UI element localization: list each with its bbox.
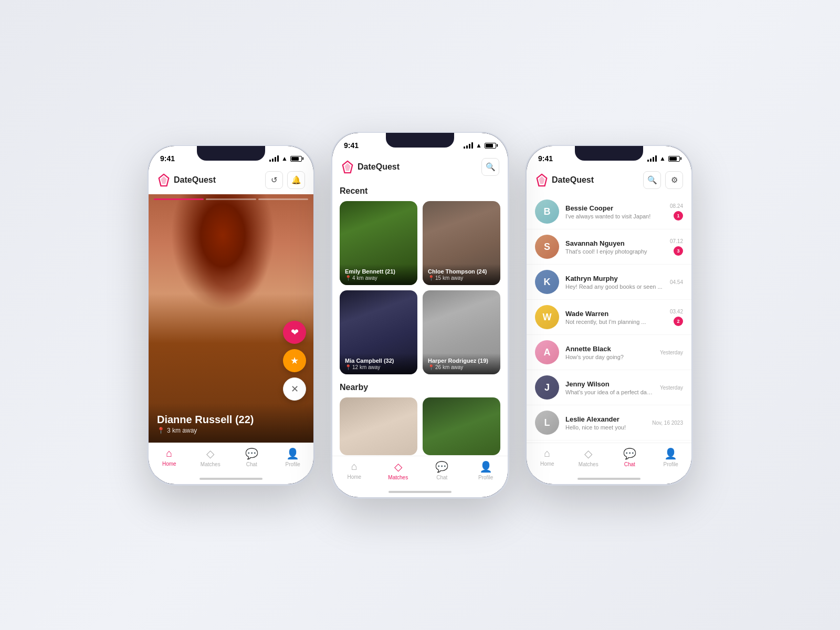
chat-name-jenny: Jenny Wilson: [565, 380, 654, 388]
search-button-3[interactable]: 🔍: [643, 171, 661, 189]
pin-icon-chloe: 📍: [428, 275, 434, 281]
notch-2: [386, 133, 454, 148]
nav-profile-1[interactable]: 👤 Profile: [280, 447, 306, 467]
signal-icon-3: [647, 155, 657, 162]
like-button[interactable]: ❤: [283, 321, 306, 344]
status-time-3: 9:41: [538, 154, 553, 163]
refresh-button[interactable]: ↺: [265, 171, 283, 189]
nearby-card-1[interactable]: [340, 397, 417, 455]
nav-chat-3[interactable]: 💬 Chat: [616, 447, 643, 467]
progress-bar-1: [154, 198, 204, 200]
nav-matches-1[interactable]: ◇ Matches: [197, 447, 224, 467]
home-indicator-3: [578, 478, 640, 480]
swipe-card[interactable]: Dianne Russell (22) 📍 3 km away ❤ ★ ✕: [149, 194, 313, 443]
app-header-2: DateQuest 🔍: [332, 154, 508, 181]
wifi-icon-1: ▲: [281, 155, 288, 162]
match-card-harper[interactable]: Harper Rodriguez (19) 📍26 km away: [423, 290, 500, 374]
chat-item-annette[interactable]: A Annette Black How's your day going? Ye…: [527, 335, 691, 370]
chat-item-jenny[interactable]: J Jenny Wilson What's your idea of a per…: [527, 370, 691, 405]
nav-matches-label-1: Matches: [201, 461, 220, 467]
chat-badge-bessie: 1: [674, 211, 683, 220]
match-info-mia: Mia Campbell (32) 📍12 km away: [340, 353, 417, 374]
header-actions-2: 🔍: [481, 158, 499, 176]
nav-chat-2[interactable]: 💬 Chat: [429, 460, 455, 480]
nav-profile-label-1: Profile: [286, 461, 300, 467]
location-text: 3 km away: [167, 427, 197, 434]
progress-bars: [154, 198, 308, 200]
chat-item-kathryn[interactable]: K Kathryn Murphy Hey! Read any good book…: [527, 265, 691, 300]
nav-home-2[interactable]: ⌂ Home: [341, 460, 368, 480]
app-header-3: DateQuest 🔍 ⚙: [527, 167, 691, 194]
logo-text-1: DateQuest: [174, 175, 216, 185]
nav-matches-label-2: Matches: [388, 475, 408, 480]
chat-name-annette: Annette Black: [565, 345, 654, 353]
match-dist-harper: 📍26 km away: [428, 364, 495, 370]
header-actions-1: ↺ 🔔: [265, 171, 305, 189]
pin-icon-emily: 📍: [345, 275, 351, 281]
match-info-harper: Harper Rodriguez (19) 📍26 km away: [423, 353, 500, 374]
nearby-card-2[interactable]: [423, 397, 500, 455]
status-time-2: 9:41: [344, 141, 359, 150]
avatar-annette: A: [535, 340, 559, 364]
chat-time-wade: 03.42: [670, 309, 683, 314]
nav-home-label-2: Home: [347, 474, 361, 480]
chat-preview-jenny: What's your idea of a perfect date?: [565, 389, 654, 395]
nav-matches-2[interactable]: ◇ Matches: [385, 460, 411, 480]
logo-1: DateQuest: [157, 173, 216, 187]
chat-content-wade: Wade Warren Not recently, but I'm planni…: [565, 310, 664, 325]
chat-item-wade[interactable]: W Wade Warren Not recently, but I'm plan…: [527, 300, 691, 335]
nearby-title: Nearby: [340, 383, 500, 392]
match-card-chloe[interactable]: Chloe Thompson (24) 📍15 km away: [423, 201, 500, 285]
phone-home: 9:41 ▲: [147, 144, 315, 486]
chat-item-leslie[interactable]: L Leslie Alexander Hello, nice to meet y…: [527, 405, 691, 440]
match-name-harper: Harper Rodriguez (19): [428, 358, 495, 364]
bottom-nav-2: ⌂ Home ◇ Matches 💬 Chat 👤 Profile: [332, 456, 508, 489]
chat-item-savannah[interactable]: S Savannah Nguyen That's cool! I enjoy p…: [527, 229, 691, 265]
superlike-button[interactable]: ★: [283, 349, 306, 372]
battery-icon-2: [485, 143, 496, 149]
bottom-nav-3: ⌂ Home ◇ Matches 💬 Chat 👤 Profile: [527, 443, 691, 476]
chat-icon-1: 💬: [245, 447, 258, 460]
search-button-2[interactable]: 🔍: [481, 158, 499, 176]
pass-button[interactable]: ✕: [283, 377, 306, 401]
chat-icon-3: 💬: [623, 447, 636, 460]
chat-meta-jenny: Yesterday: [660, 385, 683, 391]
match-card-emily[interactable]: Emily Bennett (21) 📍4 km away: [340, 201, 417, 285]
nav-chat-1[interactable]: 💬 Chat: [238, 447, 265, 467]
nav-home-label-1: Home: [162, 461, 176, 467]
match-card-mia[interactable]: Mia Campbell (32) 📍12 km away: [340, 290, 417, 374]
nav-home-1[interactable]: ⌂ Home: [156, 447, 182, 467]
chat-name-kathryn: Kathryn Murphy: [565, 275, 664, 282]
match-name-emily: Emily Bennett (21): [345, 268, 412, 275]
nav-profile-3[interactable]: 👤 Profile: [658, 447, 684, 467]
match-dist-chloe: 📍15 km away: [428, 275, 495, 281]
app-header-1: DateQuest ↺ 🔔: [149, 167, 313, 194]
matches-icon-2: ◇: [394, 460, 402, 473]
pin-icon-harper: 📍: [428, 364, 434, 370]
avatar-wade: W: [535, 305, 559, 329]
nav-profile-2[interactable]: 👤 Profile: [472, 460, 499, 480]
card-name: Dianne Russell (22): [157, 414, 305, 426]
home-indicator-1: [200, 478, 262, 480]
profile-icon-3: 👤: [664, 447, 677, 460]
nav-home-3[interactable]: ⌂ Home: [534, 447, 560, 467]
notch-3: [575, 146, 643, 161]
battery-icon-3: [668, 156, 680, 162]
logo-icon-1: [157, 173, 171, 187]
filter-button-3[interactable]: ⚙: [665, 171, 683, 189]
nav-matches-3[interactable]: ◇ Matches: [575, 447, 602, 467]
notification-button[interactable]: 🔔: [287, 171, 305, 189]
nav-home-label-3: Home: [540, 461, 554, 467]
match-info-emily: Emily Bennett (21) 📍4 km away: [340, 264, 417, 285]
chat-preview-leslie: Hello, nice to meet you!: [565, 424, 646, 430]
avatar-jenny: J: [535, 375, 559, 400]
logo-icon-3: [535, 173, 549, 187]
matches-grid: Emily Bennett (21) 📍4 km away Chloe Thom…: [340, 201, 500, 374]
chat-item-bessie[interactable]: B Bessie Cooper I've always wanted to vi…: [527, 194, 691, 229]
chat-time-bessie: 08.24: [670, 203, 683, 209]
nav-profile-label-2: Profile: [478, 475, 493, 480]
card-location: 📍 3 km away: [157, 427, 305, 434]
svg-marker-3: [344, 163, 350, 171]
match-dist-emily: 📍4 km away: [345, 275, 412, 281]
chat-name-wade: Wade Warren: [565, 310, 664, 318]
